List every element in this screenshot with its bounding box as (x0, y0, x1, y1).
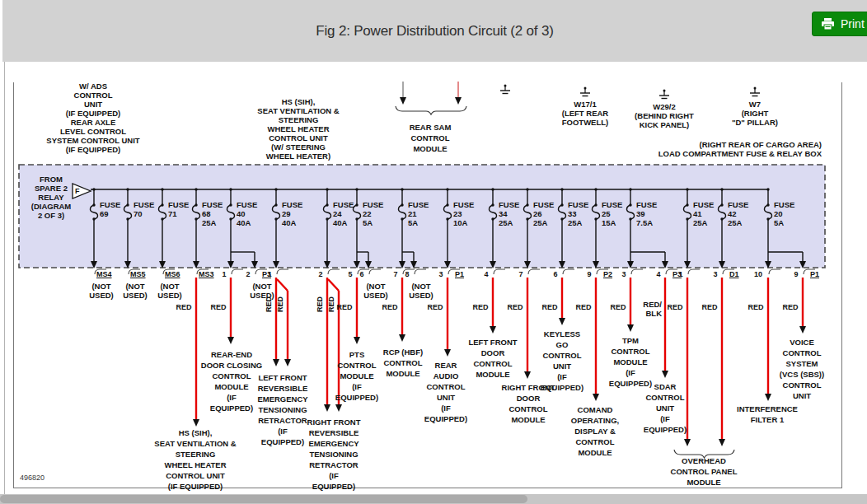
module-label: REAR-ENDDOOR CLOSINGCONTROLMODULE(IFEQUI… (201, 349, 262, 413)
pin-number: 8 (405, 270, 410, 278)
pin-number: 7 (394, 270, 398, 278)
label-line: HS (SIH), (154, 427, 236, 438)
label-line: 26 (533, 209, 554, 218)
label-line: FUSE (533, 200, 554, 209)
label-line: FROM (31, 175, 72, 184)
label-line: EMERGENCY (307, 438, 361, 449)
label-line: AUDIO (424, 371, 467, 381)
label-line: (IF EQUIPPED) (46, 145, 139, 154)
connector-name: P1 (810, 270, 819, 278)
wire-color-label: RED (211, 303, 227, 311)
label-line: USED) (363, 291, 388, 300)
pin-number: 9 (794, 270, 799, 278)
pin-number: 7 (519, 270, 523, 278)
label-line: RETRACTOR (257, 415, 307, 426)
label-line: TPM (609, 335, 652, 346)
label-line: (IF (424, 403, 467, 413)
label-line: UNIT (644, 403, 687, 413)
label-line: FUSE (363, 200, 383, 209)
label-line: FUSE (728, 200, 748, 209)
label-line: TENSIONING (307, 449, 361, 460)
label-line: REAR (424, 360, 467, 371)
fuse-label-41: FUSE4125A (693, 200, 714, 227)
not-used-label: (NOTUSED) (89, 282, 114, 300)
fuse-label-69: FUSE69 (100, 200, 120, 218)
fuse-label-29: FUSE2940A (282, 200, 302, 227)
wire-color-label: RED (702, 303, 718, 311)
label-line: UNIT (424, 392, 467, 403)
module-label: REARAUDIOCONTROLUNIT(IFEQUIPPED) (424, 360, 467, 424)
label-line: 42 (728, 209, 748, 218)
module-label: VOICECONTROLSYSTEM(VCS (SBS))CONTROLUNIT (780, 337, 824, 401)
label-line: WHEEL HEATER (154, 460, 236, 470)
label-line: FUSE (453, 200, 474, 209)
label-line: 39 (636, 209, 657, 218)
pin-number: 5 (349, 270, 353, 278)
label-line: FUSE (602, 200, 622, 209)
label-line: MODULE (571, 447, 619, 458)
label-line: 70 (134, 209, 154, 218)
label-line: CONTROL (644, 392, 687, 403)
label-line: CONTROL (502, 404, 555, 414)
label-line: 25A (533, 218, 554, 227)
label-line: REAR-END (201, 349, 262, 360)
label-line: GO (541, 339, 583, 350)
pin-number: 6 (360, 270, 364, 278)
label-line: USED) (89, 291, 114, 300)
label-line: W17/1 (562, 100, 608, 109)
label-line: 25A (499, 218, 519, 227)
label-line: SEAT VENTILATION & (154, 438, 236, 449)
label-line: 40A (237, 218, 257, 227)
label-line: KEYLESS (541, 329, 583, 339)
label-line: REAR SAM (410, 122, 452, 133)
pin-number: 3 (714, 270, 718, 278)
scrollbar-thumb[interactable] (0, 495, 527, 503)
label-line: VOICE (780, 337, 824, 348)
label-line: 5A (408, 218, 429, 227)
label-line: MODULE (502, 414, 555, 425)
label-line: (DIAGRAM (31, 202, 72, 211)
fuse-label-68: FUSE6825A (202, 200, 223, 227)
label-line: MODULE (609, 357, 652, 367)
pin-number: 1 (223, 270, 227, 278)
label-line: (RIGHT REAR OF CARGO AREA) (658, 140, 822, 149)
label-line: CONTROL (541, 350, 583, 361)
wire-color-label: RED (316, 296, 324, 312)
label-line: REVERSIBLE (307, 427, 361, 438)
label-line: CONTROL UNIT (154, 470, 236, 481)
label-line: W29/2 (635, 102, 694, 111)
label-line: WHEEL HEATER) (257, 152, 339, 161)
label-line: (NOT (363, 282, 388, 291)
label-line: 20 (774, 209, 794, 218)
label-line: RIGHT FRONT (307, 417, 361, 427)
label-line: CONTROL (468, 358, 517, 369)
horizontal-scrollbar[interactable] (0, 494, 867, 504)
label-line: (NOT (89, 282, 114, 291)
label-line: 29 (282, 209, 302, 218)
top-label-3: W17/1(LEFT REARFOOTWELL) (562, 100, 608, 127)
label-line: SYSTEM CONTROL UNIT (46, 136, 139, 145)
label-line: CONTROL (46, 91, 139, 100)
label-line: FUSE (333, 200, 354, 209)
module-label: COMANDOPERATING,DISPLAY &CONTROLMODULE (571, 404, 619, 458)
label-line: (NOT (157, 282, 182, 291)
label-line: 2 OF 3) (31, 211, 72, 220)
label-line: KICK PANEL) (635, 120, 694, 129)
label-line: STEERING (154, 449, 236, 460)
app-window: Fig 2: Power Distribution Circuit (2 of … (0, 0, 867, 504)
pin-number: 2 (319, 270, 323, 278)
module-label: LEFT FRONTDOORCONTROLMODULE (468, 337, 517, 380)
label-line: MODULE (671, 477, 738, 488)
label-line: SPARE 2 (31, 184, 72, 193)
fuse-label-71: FUSE71 (168, 200, 189, 218)
label-line: COMAND (571, 404, 619, 415)
diagram-labels-layer: W/ ADSCONTROLUNIT(IF EQUIPPED)REAR AXLEL… (0, 0, 867, 504)
label-line: SDAR (644, 381, 687, 392)
relay-feed-letter: F (75, 187, 80, 195)
label-line: (VCS (SBS)) (780, 369, 824, 380)
label-line: UNIT (46, 100, 139, 109)
label-line: 7.5A (636, 218, 657, 227)
label-line: 10A (453, 218, 474, 227)
label-line: TENSIONING (257, 404, 307, 415)
pin-number: 1 (268, 270, 272, 278)
